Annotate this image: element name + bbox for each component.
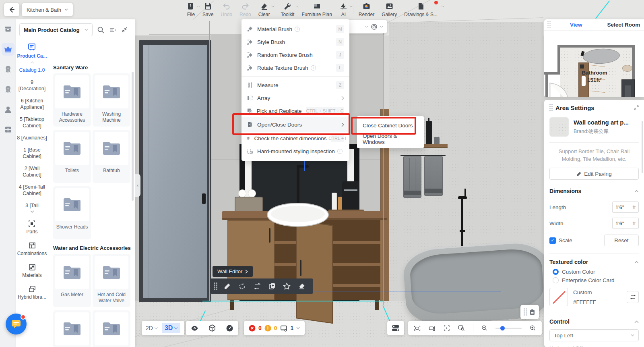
width-input[interactable]: 1'6" ft — [612, 218, 639, 229]
scrollbar[interactable] — [642, 121, 643, 173]
swap-color-button[interactable] — [627, 291, 639, 303]
undo-button[interactable]: Undo — [217, 2, 236, 17]
control-section-header[interactable]: Control — [549, 318, 639, 325]
ai-button[interactable]: AI — [336, 2, 351, 17]
duplicate-button[interactable] — [264, 283, 279, 290]
product-card[interactable]: Washing Machine — [93, 73, 130, 127]
file-button[interactable]: File — [183, 2, 199, 17]
toolkit-button[interactable]: Toolkit — [277, 2, 298, 17]
rail-designer-icon[interactable] — [2, 103, 14, 116]
edit-pencil-button[interactable] — [220, 283, 235, 290]
category-item[interactable]: 5 [Tabletop Cabinet] — [17, 116, 47, 129]
scene-sink-faucet[interactable] — [297, 165, 299, 207]
length-input[interactable]: 1'6" ft — [612, 202, 639, 213]
menu-item-hard-mounted-inspection[interactable]: Hard-mounted styling inspectioni — [242, 145, 349, 158]
eraser-button[interactable] — [294, 283, 309, 290]
tab-materials[interactable]: Materials — [22, 263, 42, 278]
tab-parts[interactable]: Parts — [26, 220, 37, 235]
category-item[interactable]: Catalog 1.0 — [19, 67, 45, 73]
focus-center-icon[interactable] — [444, 324, 450, 332]
reset-button[interactable]: Reset — [604, 235, 639, 246]
dimensions-section-header[interactable]: Dimensions — [549, 188, 639, 194]
search-icon[interactable] — [97, 26, 105, 34]
scroll-down-icon[interactable] — [30, 210, 34, 213]
expand-icon[interactable] — [634, 105, 639, 110]
floor-plan-minimap[interactable]: Bathroom 151ft² — [544, 31, 644, 97]
drag-handle-icon[interactable] — [214, 283, 217, 290]
render-button[interactable]: Render — [355, 2, 378, 17]
zoom-slider[interactable] — [495, 328, 522, 329]
enterprise-color-radio-row[interactable]: Enterprise Color Card — [553, 277, 639, 283]
save-button[interactable]: Save — [199, 2, 217, 17]
menu-item-array[interactable]: Array — [242, 91, 349, 104]
toggles-button[interactable] — [387, 321, 404, 335]
radio-selected-icon[interactable] — [553, 269, 559, 275]
zoom-slider-handle[interactable] — [500, 326, 505, 330]
product-card[interactable]: Hot and Cold Water Valve — [93, 254, 130, 307]
category-item[interactable]: 2 [Wall Cabinet] — [17, 165, 47, 178]
category-item[interactable]: 9 [Decoration] — [17, 79, 47, 92]
anchor-select[interactable]: Top Left — [549, 329, 639, 341]
collapse-panel-icon[interactable] — [121, 27, 128, 33]
project-selector[interactable]: Kitchen & Bath — [22, 3, 73, 16]
rotate-button[interactable] — [235, 283, 250, 290]
camera-settings-icon[interactable] — [429, 324, 436, 332]
menu-item-material-brush[interactable]: Material Brushi M — [242, 23, 349, 35]
filter-icon[interactable] — [109, 27, 117, 33]
mode-2d-button[interactable]: 2D — [146, 325, 158, 331]
rail-vip-crown-icon[interactable] — [2, 43, 14, 56]
category-item[interactable]: 3 [Tall — [25, 202, 39, 209]
category-item[interactable]: 1 [Base Cabinet] — [17, 147, 47, 160]
radio-unselected-icon[interactable] — [553, 277, 559, 283]
performance-gauge-icon[interactable] — [225, 324, 234, 332]
tab-hybrid-library[interactable]: Hybrid libra... — [18, 285, 46, 300]
scale-checkbox[interactable]: ✓ — [549, 237, 556, 244]
product-card[interactable]: Gas Meter — [53, 254, 91, 307]
rail-badge-icon[interactable]: v — [2, 63, 14, 76]
issues-bar[interactable]: 0 0 1 — [244, 321, 305, 335]
gallery-button[interactable]: Gallery — [378, 2, 400, 17]
visibility-eye-icon[interactable] — [190, 324, 199, 332]
drag-handle-icon[interactable] — [549, 104, 553, 111]
camera-view-icon[interactable] — [414, 324, 421, 332]
scene-glass-door[interactable] — [139, 40, 211, 302]
tab-product-catalog[interactable]: Product Ca... — [17, 40, 47, 60]
product-card[interactable]: Hardware Accessories — [53, 73, 91, 127]
pano-preview-button[interactable] — [520, 305, 539, 319]
menu-item-random-texture-brush[interactable]: Random Texture Brush J — [242, 48, 349, 61]
redo-button[interactable]: Redo — [236, 2, 255, 17]
drag-handle-icon[interactable] — [547, 21, 551, 29]
custom-color-radio-row[interactable]: Custom Color — [553, 269, 639, 275]
zoom-region-icon[interactable] — [458, 324, 465, 332]
wall-editor-tab[interactable]: Wall Editor — [213, 266, 253, 277]
back-button[interactable] — [4, 3, 19, 16]
product-card[interactable]: Socket — [53, 310, 91, 347]
rail-badge2-icon[interactable]: v — [2, 83, 14, 96]
rail-archive-icon[interactable] — [2, 23, 14, 35]
rail-cabinet-icon[interactable] — [2, 123, 14, 136]
furniture-plan-button[interactable]: Furniture Plan — [298, 2, 335, 17]
menu-item-style-brush[interactable]: Style Brush N — [242, 35, 349, 48]
category-item[interactable]: 8 [Auxiliaries] — [17, 135, 47, 141]
zoom-in-icon[interactable] — [530, 324, 536, 332]
zoom-out-icon[interactable] — [481, 324, 488, 332]
product-card[interactable]: Shower Heads — [53, 186, 91, 239]
custom-color-swatch[interactable] — [549, 288, 568, 306]
menu-item-rotate-texture-brush[interactable]: Rotate Texture Brushi L — [242, 61, 349, 74]
scale-checkbox-row[interactable]: ✓ Scale — [549, 237, 572, 244]
cursor-mode-bar[interactable] — [343, 20, 387, 33]
menu-item-measure[interactable]: Measure Z — [242, 79, 349, 91]
material-swatch[interactable] — [549, 117, 569, 137]
cube-view-icon[interactable] — [208, 324, 216, 332]
tab-combinations[interactable]: Combinations — [17, 241, 47, 256]
swap-button[interactable] — [250, 283, 264, 289]
catalog-source-select[interactable]: Main Product Catalog — [19, 23, 93, 36]
product-card[interactable]: Toilets — [53, 130, 91, 183]
edit-paving-button[interactable]: Edit Paving — [549, 168, 639, 180]
scrollbar[interactable] — [132, 72, 134, 201]
mode-3d-button[interactable]: 3D — [162, 323, 180, 333]
support-chat-button[interactable] — [6, 314, 27, 335]
drawings-button[interactable]: Drawings & S... — [400, 2, 441, 17]
category-item[interactable]: 4 [Semi-Tall Cabinet] — [17, 184, 47, 197]
tab-select-room[interactable]: Select Room — [607, 22, 640, 28]
